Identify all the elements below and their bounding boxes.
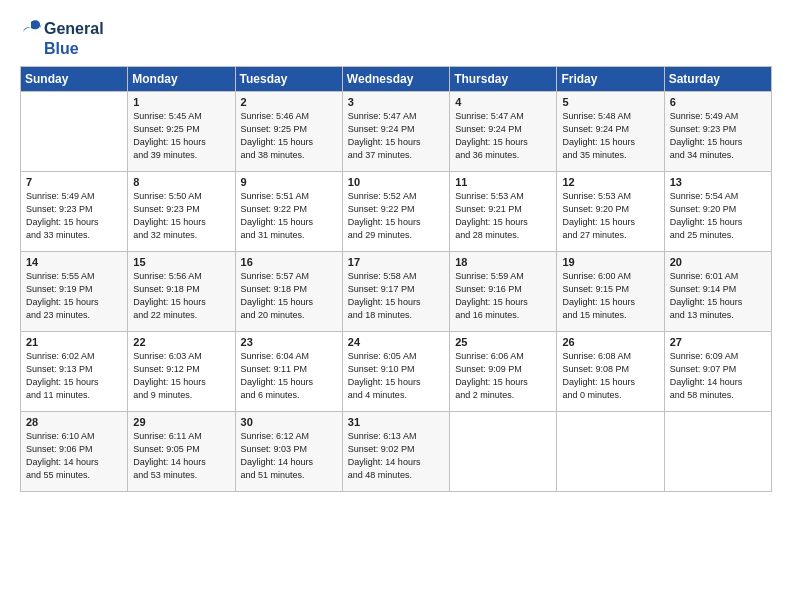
calendar-cell: 11Sunrise: 5:53 AMSunset: 9:21 PMDayligh… xyxy=(450,171,557,251)
day-number: 28 xyxy=(26,416,123,428)
calendar-cell: 29Sunrise: 6:11 AMSunset: 9:05 PMDayligh… xyxy=(128,411,235,491)
cell-info: Sunrise: 6:11 AMSunset: 9:05 PMDaylight:… xyxy=(133,431,206,480)
calendar-cell: 21Sunrise: 6:02 AMSunset: 9:13 PMDayligh… xyxy=(21,331,128,411)
cell-info: Sunrise: 6:08 AMSunset: 9:08 PMDaylight:… xyxy=(562,351,635,400)
day-number: 15 xyxy=(133,256,230,268)
day-number: 21 xyxy=(26,336,123,348)
week-row-3: 14Sunrise: 5:55 AMSunset: 9:19 PMDayligh… xyxy=(21,251,772,331)
header-saturday: Saturday xyxy=(664,66,771,91)
calendar-cell: 23Sunrise: 6:04 AMSunset: 9:11 PMDayligh… xyxy=(235,331,342,411)
calendar-cell: 24Sunrise: 6:05 AMSunset: 9:10 PMDayligh… xyxy=(342,331,449,411)
week-row-2: 7Sunrise: 5:49 AMSunset: 9:23 PMDaylight… xyxy=(21,171,772,251)
cell-info: Sunrise: 5:46 AMSunset: 9:25 PMDaylight:… xyxy=(241,111,314,160)
cell-info: Sunrise: 6:05 AMSunset: 9:10 PMDaylight:… xyxy=(348,351,421,400)
day-number: 13 xyxy=(670,176,767,188)
day-number: 20 xyxy=(670,256,767,268)
cell-info: Sunrise: 5:58 AMSunset: 9:17 PMDaylight:… xyxy=(348,271,421,320)
cell-info: Sunrise: 5:51 AMSunset: 9:22 PMDaylight:… xyxy=(241,191,314,240)
day-number: 17 xyxy=(348,256,445,268)
cell-info: Sunrise: 5:54 AMSunset: 9:20 PMDaylight:… xyxy=(670,191,743,240)
calendar-cell: 9Sunrise: 5:51 AMSunset: 9:22 PMDaylight… xyxy=(235,171,342,251)
day-number: 27 xyxy=(670,336,767,348)
week-row-4: 21Sunrise: 6:02 AMSunset: 9:13 PMDayligh… xyxy=(21,331,772,411)
cell-info: Sunrise: 5:47 AMSunset: 9:24 PMDaylight:… xyxy=(348,111,421,160)
calendar-cell: 13Sunrise: 5:54 AMSunset: 9:20 PMDayligh… xyxy=(664,171,771,251)
day-number: 30 xyxy=(241,416,338,428)
cell-info: Sunrise: 5:50 AMSunset: 9:23 PMDaylight:… xyxy=(133,191,206,240)
cell-info: Sunrise: 5:53 AMSunset: 9:20 PMDaylight:… xyxy=(562,191,635,240)
logo-general: General xyxy=(44,20,104,38)
calendar-cell xyxy=(450,411,557,491)
cell-info: Sunrise: 5:48 AMSunset: 9:24 PMDaylight:… xyxy=(562,111,635,160)
day-number: 7 xyxy=(26,176,123,188)
cell-info: Sunrise: 5:59 AMSunset: 9:16 PMDaylight:… xyxy=(455,271,528,320)
cell-info: Sunrise: 5:55 AMSunset: 9:19 PMDaylight:… xyxy=(26,271,99,320)
cell-info: Sunrise: 5:57 AMSunset: 9:18 PMDaylight:… xyxy=(241,271,314,320)
cell-info: Sunrise: 6:02 AMSunset: 9:13 PMDaylight:… xyxy=(26,351,99,400)
day-number: 26 xyxy=(562,336,659,348)
header-friday: Friday xyxy=(557,66,664,91)
calendar-cell: 22Sunrise: 6:03 AMSunset: 9:12 PMDayligh… xyxy=(128,331,235,411)
cell-info: Sunrise: 5:45 AMSunset: 9:25 PMDaylight:… xyxy=(133,111,206,160)
calendar-cell: 19Sunrise: 6:00 AMSunset: 9:15 PMDayligh… xyxy=(557,251,664,331)
day-number: 18 xyxy=(455,256,552,268)
calendar-cell: 5Sunrise: 5:48 AMSunset: 9:24 PMDaylight… xyxy=(557,91,664,171)
calendar-cell: 27Sunrise: 6:09 AMSunset: 9:07 PMDayligh… xyxy=(664,331,771,411)
header-monday: Monday xyxy=(128,66,235,91)
day-number: 25 xyxy=(455,336,552,348)
day-number: 10 xyxy=(348,176,445,188)
calendar-cell: 4Sunrise: 5:47 AMSunset: 9:24 PMDaylight… xyxy=(450,91,557,171)
day-number: 12 xyxy=(562,176,659,188)
calendar-cell xyxy=(664,411,771,491)
cell-info: Sunrise: 6:03 AMSunset: 9:12 PMDaylight:… xyxy=(133,351,206,400)
day-number: 16 xyxy=(241,256,338,268)
cell-info: Sunrise: 6:06 AMSunset: 9:09 PMDaylight:… xyxy=(455,351,528,400)
day-number: 8 xyxy=(133,176,230,188)
calendar-cell: 17Sunrise: 5:58 AMSunset: 9:17 PMDayligh… xyxy=(342,251,449,331)
day-number: 6 xyxy=(670,96,767,108)
calendar-cell: 18Sunrise: 5:59 AMSunset: 9:16 PMDayligh… xyxy=(450,251,557,331)
calendar-cell: 1Sunrise: 5:45 AMSunset: 9:25 PMDaylight… xyxy=(128,91,235,171)
calendar-cell: 28Sunrise: 6:10 AMSunset: 9:06 PMDayligh… xyxy=(21,411,128,491)
calendar-cell: 25Sunrise: 6:06 AMSunset: 9:09 PMDayligh… xyxy=(450,331,557,411)
header-thursday: Thursday xyxy=(450,66,557,91)
day-number: 29 xyxy=(133,416,230,428)
week-row-5: 28Sunrise: 6:10 AMSunset: 9:06 PMDayligh… xyxy=(21,411,772,491)
day-number: 19 xyxy=(562,256,659,268)
calendar-page: General Blue SundayMondayTuesdayWednesda… xyxy=(0,0,792,612)
calendar-cell: 31Sunrise: 6:13 AMSunset: 9:02 PMDayligh… xyxy=(342,411,449,491)
header-wednesday: Wednesday xyxy=(342,66,449,91)
cell-info: Sunrise: 5:56 AMSunset: 9:18 PMDaylight:… xyxy=(133,271,206,320)
day-number: 2 xyxy=(241,96,338,108)
calendar-cell: 6Sunrise: 5:49 AMSunset: 9:23 PMDaylight… xyxy=(664,91,771,171)
day-number: 22 xyxy=(133,336,230,348)
calendar-cell: 12Sunrise: 5:53 AMSunset: 9:20 PMDayligh… xyxy=(557,171,664,251)
calendar-cell: 26Sunrise: 6:08 AMSunset: 9:08 PMDayligh… xyxy=(557,331,664,411)
cell-info: Sunrise: 6:12 AMSunset: 9:03 PMDaylight:… xyxy=(241,431,314,480)
cell-info: Sunrise: 6:04 AMSunset: 9:11 PMDaylight:… xyxy=(241,351,314,400)
calendar-cell: 20Sunrise: 6:01 AMSunset: 9:14 PMDayligh… xyxy=(664,251,771,331)
calendar-table: SundayMondayTuesdayWednesdayThursdayFrid… xyxy=(20,66,772,492)
logo-bird-icon xyxy=(20,18,42,40)
day-number: 3 xyxy=(348,96,445,108)
cell-info: Sunrise: 5:52 AMSunset: 9:22 PMDaylight:… xyxy=(348,191,421,240)
cell-info: Sunrise: 6:00 AMSunset: 9:15 PMDaylight:… xyxy=(562,271,635,320)
calendar-cell: 3Sunrise: 5:47 AMSunset: 9:24 PMDaylight… xyxy=(342,91,449,171)
header-row: SundayMondayTuesdayWednesdayThursdayFrid… xyxy=(21,66,772,91)
week-row-1: 1Sunrise: 5:45 AMSunset: 9:25 PMDaylight… xyxy=(21,91,772,171)
day-number: 23 xyxy=(241,336,338,348)
day-number: 5 xyxy=(562,96,659,108)
day-number: 4 xyxy=(455,96,552,108)
calendar-cell: 14Sunrise: 5:55 AMSunset: 9:19 PMDayligh… xyxy=(21,251,128,331)
header-sunday: Sunday xyxy=(21,66,128,91)
cell-info: Sunrise: 5:49 AMSunset: 9:23 PMDaylight:… xyxy=(670,111,743,160)
calendar-cell: 16Sunrise: 5:57 AMSunset: 9:18 PMDayligh… xyxy=(235,251,342,331)
calendar-cell: 7Sunrise: 5:49 AMSunset: 9:23 PMDaylight… xyxy=(21,171,128,251)
calendar-cell: 30Sunrise: 6:12 AMSunset: 9:03 PMDayligh… xyxy=(235,411,342,491)
logo-blue: Blue xyxy=(44,40,79,58)
day-number: 1 xyxy=(133,96,230,108)
cell-info: Sunrise: 5:49 AMSunset: 9:23 PMDaylight:… xyxy=(26,191,99,240)
calendar-cell: 8Sunrise: 5:50 AMSunset: 9:23 PMDaylight… xyxy=(128,171,235,251)
calendar-cell xyxy=(557,411,664,491)
day-number: 14 xyxy=(26,256,123,268)
